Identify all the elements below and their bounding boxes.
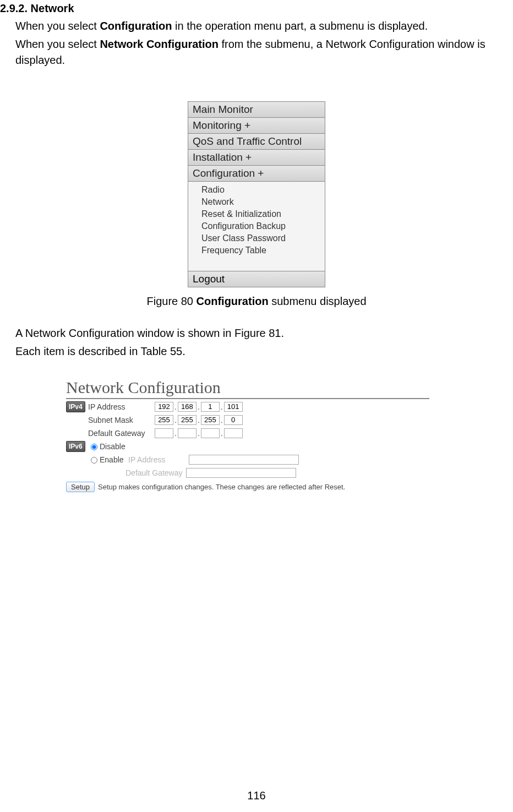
label-ipv6-disable: Disable [100,442,125,451]
gateway-octet-2[interactable] [178,428,197,438]
submenu-radio[interactable]: Radio [188,184,325,196]
dot-separator: . [221,429,223,438]
label-ipv6-default-gateway: Default Gateway [125,468,186,477]
gateway-octet-1[interactable] [155,428,173,438]
menu-item-configuration[interactable]: Configuration + [188,166,325,182]
dot-separator: . [174,429,177,438]
bold-term: Configuration [100,20,172,32]
netconf-title: Network Configuration [66,378,429,397]
label-subnet-mask: Subnet Mask [88,416,154,424]
submenu-config-backup[interactable]: Configuration Backup [188,220,325,232]
setup-button[interactable]: Setup [66,482,95,492]
configuration-submenu: Radio Network Reset & Initialization Con… [188,182,325,271]
mid-paragraph-2: Each item is described in Table 55. [0,344,513,359]
mid-paragraph-1: A Network Configuration window is shown … [0,325,513,341]
divider [66,398,429,399]
subnet-octet-3[interactable] [201,415,220,425]
ipv6-badge: IPv6 [66,441,85,452]
intro-paragraph-1: When you select Configuration in the ope… [0,18,513,34]
dot-separator: . [198,402,200,411]
menu-item-monitoring[interactable]: Monitoring + [188,118,325,134]
ipv6-enable-radio[interactable] [91,457,97,464]
ip-octet-4[interactable] [224,402,243,412]
text: in the operation menu part, a submenu is… [172,20,428,32]
label-ip-address: IP Address [88,402,154,411]
bold-term: Network Configuration [100,38,219,50]
text: When you select [15,38,100,50]
subnet-octet-4[interactable] [224,415,243,425]
ip-octet-3[interactable] [201,402,220,412]
ipv6-ip-input[interactable] [189,455,299,465]
section-heading: 2.9.2. Network [0,2,513,15]
label-default-gateway: Default Gateway [88,429,154,438]
figure-80-caption: Figure 80 Configuration submenu displaye… [0,295,513,308]
page-number: 116 [0,789,513,802]
intro-paragraph-2a: When you select Network Configuration fr… [0,36,513,68]
submenu-network[interactable]: Network [188,196,325,208]
ipv6-gateway-input[interactable] [186,468,296,478]
text: Figure 80 [146,295,196,307]
submenu-reset-init[interactable]: Reset & Initialization [188,208,325,220]
ipv6-disable-radio[interactable] [91,444,97,450]
dot-separator: . [198,416,200,424]
text: submenu displayed [269,295,367,307]
gateway-octet-4[interactable] [224,428,243,438]
subnet-octet-1[interactable] [155,415,173,425]
setup-description: Setup makes configuration changes. These… [98,483,345,491]
menu-item-main-monitor[interactable]: Main Monitor [188,102,325,118]
submenu-frequency-table[interactable]: Frequency Table [188,244,325,257]
dot-separator: . [198,429,200,438]
dot-separator: . [174,416,177,424]
ip-octet-2[interactable] [178,402,197,412]
gateway-octet-3[interactable] [201,428,220,438]
subnet-octet-2[interactable] [178,415,197,425]
ip-octet-1[interactable] [155,402,173,412]
dot-separator: . [221,416,223,424]
text: When you select [15,20,100,32]
menu-item-installation[interactable]: Installation + [188,150,325,166]
submenu-user-class-password[interactable]: User Class Password [188,232,325,244]
menu-item-qos[interactable]: QoS and Traffic Control [188,134,325,150]
menu-item-logout[interactable]: Logout [188,271,325,287]
label-ipv6-ip-address: IP Address [128,455,189,464]
dot-separator: . [174,402,177,411]
network-configuration-figure: Network Configuration IPv4 IP Address . … [66,378,429,492]
label-ipv6-enable: Enable [100,455,128,464]
configuration-menu-figure: Main Monitor Monitoring + QoS and Traffi… [188,101,325,287]
ipv4-badge: IPv4 [66,401,85,412]
dot-separator: . [221,402,223,411]
bold-term: Configuration [197,295,269,307]
